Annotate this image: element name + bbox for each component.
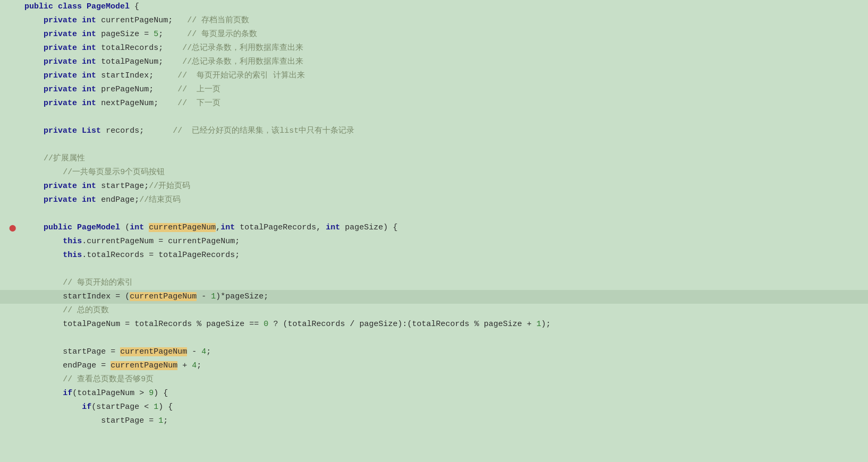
code-content: private int nextPageNum; // 下一页 (24, 97, 220, 110)
code-content: private int startIndex; // 每页开始记录的索引 计算出… (24, 70, 305, 82)
code-content: private int startPage;//开始页码 (24, 180, 190, 193)
code-line: private int totalPageNum; //总记录条数，利用数据库查… (0, 55, 868, 69)
code-line: this.currentPageNum = currentPageNum; (0, 235, 868, 249)
code-editor: public class PageModel { private int cur… (0, 0, 868, 462)
code-line: private int prePageNum; // 上一页 (0, 83, 868, 97)
code-line (0, 331, 868, 345)
code-content: //一共每页显示9个页码按钮 (24, 166, 165, 179)
code-content: private List records; // 已经分好页的结果集，该list… (24, 125, 354, 138)
line-number: ⬤ (5, 222, 16, 234)
code-content: startIndex = (currentPageNum - 1)*pageSi… (24, 290, 268, 303)
code-content: private int pageSize = 5; // 每页显示的条数 (24, 28, 257, 41)
code-content: // 总的页数 (24, 304, 109, 317)
code-line: startPage = currentPageNum - 4; (0, 345, 868, 359)
code-content: private int currentPageNum; // 存档当前页数 (24, 14, 249, 27)
code-line: totalPageNum = totalRecords % pageSize =… (0, 318, 868, 331)
code-line: private int nextPageNum; // 下一页 (0, 97, 868, 110)
code-content (24, 111, 29, 124)
code-line: // 查看总页数是否够9页 (0, 373, 868, 387)
code-content: private int totalPageNum; //总记录条数，利用数据库查… (24, 56, 303, 69)
code-content: endPage = currentPageNum + 4; (24, 360, 201, 372)
code-content: public PageModel (int currentPageNum,int… (24, 221, 397, 234)
code-content: startPage = 1; (24, 415, 168, 427)
code-line: startIndex = (currentPageNum - 1)*pageSi… (0, 290, 868, 304)
code-content: this.currentPageNum = currentPageNum; (24, 235, 240, 248)
code-content (24, 139, 29, 151)
code-line: //一共每页显示9个页码按钮 (0, 166, 868, 179)
code-line (0, 207, 868, 221)
code-line: public class PageModel { (0, 0, 868, 14)
code-line: private int currentPageNum; // 存档当前页数 (0, 14, 868, 28)
code-line: // 总的页数 (0, 304, 868, 318)
code-content: public class PageModel { (24, 1, 139, 13)
code-content (24, 208, 29, 220)
code-content: if(startPage < 1) { (24, 401, 173, 414)
code-line: endPage = currentPageNum + 4; (0, 359, 868, 373)
code-content: //扩展属性 (24, 152, 85, 165)
code-line (0, 138, 868, 152)
code-content: // 每页开始的索引 (24, 277, 133, 289)
code-line: private int endPage;//结束页码 (0, 193, 868, 207)
code-content: private int endPage;//结束页码 (24, 194, 181, 207)
code-line: private List records; // 已经分好页的结果集，该list… (0, 124, 868, 138)
code-line: this.totalRecords = totalPageRecords; (0, 249, 868, 262)
code-content: totalPageNum = totalRecords % pageSize =… (24, 318, 551, 331)
code-line: private int startPage;//开始页码 (0, 179, 868, 193)
code-line: if(totalPageNum > 9) { (0, 387, 868, 400)
code-line: private int pageSize = 5; // 每页显示的条数 (0, 28, 868, 41)
code-content: if(totalPageNum > 9) { (24, 387, 168, 400)
code-line: // 每页开始的索引 (0, 276, 868, 290)
code-line: private int totalRecords; //总记录条数，利用数据库查… (0, 41, 868, 55)
code-content (24, 332, 29, 345)
code-line: ⬤ public PageModel (int currentPageNum,i… (0, 221, 868, 235)
code-line (0, 110, 868, 124)
code-content: this.totalRecords = totalPageRecords; (24, 249, 240, 262)
code-line: private int startIndex; // 每页开始记录的索引 计算出… (0, 69, 868, 83)
code-line: //扩展属性 (0, 152, 868, 166)
code-content: private int totalRecords; //总记录条数，利用数据库查… (24, 42, 303, 55)
code-content (24, 263, 29, 276)
code-line: if(startPage < 1) { (0, 400, 868, 414)
code-line (0, 262, 868, 276)
code-line: startPage = 1; (0, 414, 868, 428)
code-content: // 查看总页数是否够9页 (24, 373, 154, 386)
code-content: startPage = currentPageNum - 4; (24, 346, 211, 358)
code-content: private int prePageNum; // 上一页 (24, 83, 220, 96)
